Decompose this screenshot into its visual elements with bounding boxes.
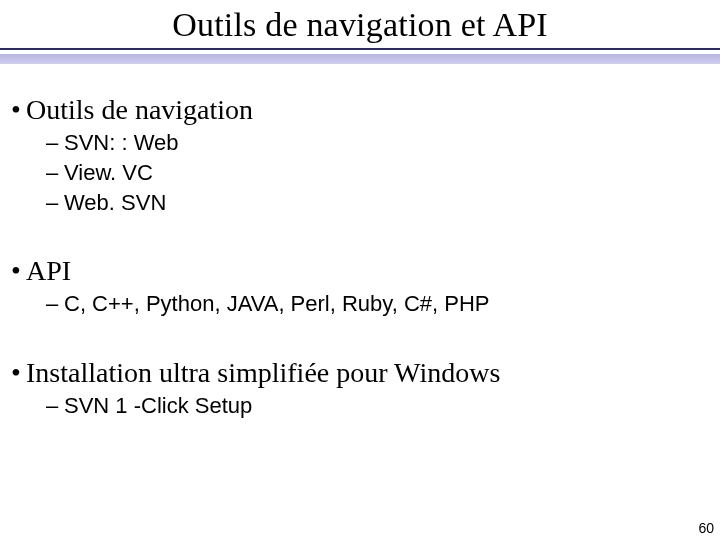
dash-icon: –: [46, 188, 64, 218]
bullet-heading: API: [26, 255, 71, 287]
sub-item: –SVN: : Web: [46, 128, 710, 158]
bullet-dot-icon: •: [6, 94, 26, 124]
sub-text: SVN 1 -Click Setup: [64, 393, 252, 418]
sub-item: –SVN 1 -Click Setup: [46, 391, 710, 421]
slide-title: Outils de navigation et API: [0, 6, 720, 44]
sub-text: Web. SVN: [64, 190, 166, 215]
title-area: Outils de navigation et API: [0, 0, 720, 64]
slide: Outils de navigation et API • Outils de …: [0, 0, 720, 540]
dash-icon: –: [46, 289, 64, 319]
bullet-heading: Installation ultra simplifiée pour Windo…: [26, 357, 500, 389]
bullet-heading: Outils de navigation: [26, 94, 253, 126]
bullet-dot-icon: •: [6, 357, 26, 387]
sub-text: View. VC: [64, 160, 153, 185]
bullet-item: • Outils de navigation: [6, 94, 710, 126]
sub-item: –C, C++, Python, JAVA, Perl, Ruby, C#, P…: [46, 289, 710, 319]
sub-text: SVN: : Web: [64, 130, 179, 155]
page-number: 60: [698, 520, 714, 536]
sub-text: C, C++, Python, JAVA, Perl, Ruby, C#, PH…: [64, 291, 490, 316]
dash-icon: –: [46, 391, 64, 421]
dash-icon: –: [46, 158, 64, 188]
dash-icon: –: [46, 128, 64, 158]
bullet-item: • API: [6, 255, 710, 287]
sub-item: –Web. SVN: [46, 188, 710, 218]
slide-content: • Outils de navigation –SVN: : Web –View…: [0, 64, 720, 421]
sub-item: –View. VC: [46, 158, 710, 188]
title-underline: [0, 48, 720, 64]
bullet-dot-icon: •: [6, 255, 26, 285]
bullet-item: • Installation ultra simplifiée pour Win…: [6, 357, 710, 389]
